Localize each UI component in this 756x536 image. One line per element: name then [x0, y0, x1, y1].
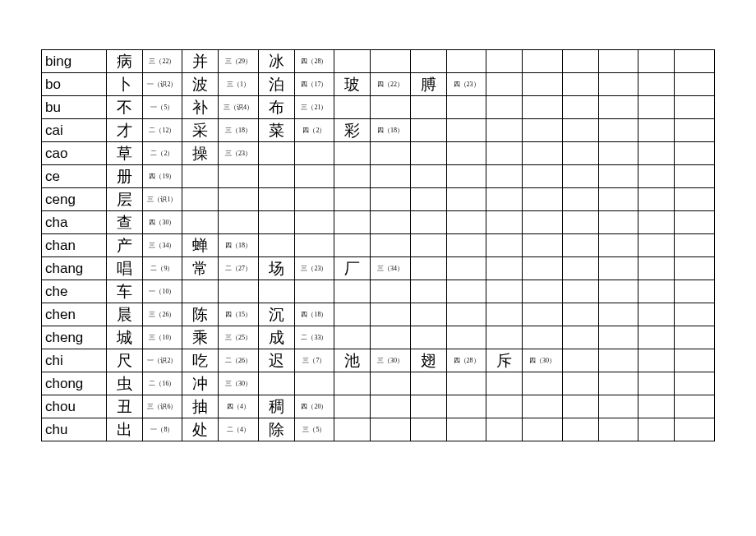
character-cell: [334, 50, 371, 73]
table-row: ce册四（19）: [42, 165, 715, 188]
character-cell: 出: [106, 418, 142, 441]
pinyin-character-table: bing病三（22）并三（29）冰四（28）bo卜一（识2）波三（1）泊四（17…: [41, 49, 715, 441]
reference-cell: 四（18）: [219, 234, 259, 257]
character-cell: [182, 188, 219, 211]
character-cell: [486, 326, 523, 349]
reference-cell: [523, 372, 563, 395]
reference-cell: [294, 211, 334, 234]
reference-cell: [294, 188, 334, 211]
reference-cell: 一（8）: [142, 418, 182, 441]
reference-cell: [219, 188, 259, 211]
character-cell: [562, 326, 598, 349]
character-cell: [638, 50, 675, 73]
pinyin-cell: cai: [42, 119, 107, 142]
reference-cell: [371, 326, 411, 349]
character-cell: [410, 257, 446, 280]
reference-cell: [675, 96, 715, 119]
character-cell: 波: [182, 73, 219, 96]
character-cell: [258, 234, 294, 257]
pinyin-cell: cha: [42, 211, 107, 234]
character-cell: [638, 73, 675, 96]
reference-cell: 四（20）: [294, 395, 334, 418]
table-row: cao草二（2）操三（23）: [42, 142, 715, 165]
character-cell: [562, 257, 598, 280]
character-cell: [334, 142, 371, 165]
table-row: chong虫二（16）冲三（30）: [42, 372, 715, 395]
character-cell: [638, 142, 675, 165]
character-cell: [334, 326, 371, 349]
character-cell: [410, 303, 446, 326]
reference-cell: [598, 165, 638, 188]
character-cell: [638, 326, 675, 349]
reference-cell: [598, 73, 638, 96]
character-cell: [562, 211, 598, 234]
reference-cell: 四（28）: [294, 50, 334, 73]
character-cell: [258, 188, 294, 211]
reference-cell: [294, 142, 334, 165]
character-cell: [562, 372, 598, 395]
reference-cell: [219, 280, 259, 303]
reference-cell: 三（26）: [142, 303, 182, 326]
character-cell: [182, 211, 219, 234]
character-cell: 城: [106, 326, 142, 349]
reference-cell: [598, 395, 638, 418]
reference-cell: [523, 280, 563, 303]
character-cell: 采: [182, 119, 219, 142]
reference-cell: 三（5）: [294, 418, 334, 441]
table-row: bing病三（22）并三（29）冰四（28）: [42, 50, 715, 73]
reference-cell: [598, 280, 638, 303]
character-cell: [562, 349, 598, 372]
reference-cell: [598, 326, 638, 349]
character-cell: [258, 211, 294, 234]
reference-cell: [371, 165, 411, 188]
character-cell: 卜: [106, 73, 142, 96]
character-cell: [638, 211, 675, 234]
reference-cell: [371, 211, 411, 234]
table-row: cha查四（30）: [42, 211, 715, 234]
reference-cell: [446, 234, 486, 257]
reference-cell: [675, 303, 715, 326]
character-cell: [638, 372, 675, 395]
reference-cell: [675, 211, 715, 234]
reference-cell: 四（22）: [371, 73, 411, 96]
table-row: chang唱二（9）常二（27）场三（23）厂三（34）: [42, 257, 715, 280]
reference-cell: [523, 165, 563, 188]
character-cell: [562, 280, 598, 303]
character-cell: [562, 142, 598, 165]
reference-cell: [675, 280, 715, 303]
character-cell: [486, 418, 523, 441]
reference-cell: [446, 211, 486, 234]
reference-cell: [371, 280, 411, 303]
table-row: bu不一（5）补三（识4）布三（21）: [42, 96, 715, 119]
character-cell: 晨: [106, 303, 142, 326]
reference-cell: [523, 50, 563, 73]
reference-cell: [523, 73, 563, 96]
character-cell: [638, 119, 675, 142]
reference-cell: [371, 303, 411, 326]
character-cell: [334, 234, 371, 257]
reference-cell: 三（10）: [142, 326, 182, 349]
character-cell: 才: [106, 119, 142, 142]
character-cell: [334, 418, 371, 441]
character-cell: 沉: [258, 303, 294, 326]
character-cell: [334, 395, 371, 418]
reference-cell: 一（识2）: [142, 73, 182, 96]
character-cell: [562, 73, 598, 96]
reference-cell: 三（22）: [142, 50, 182, 73]
reference-cell: [675, 142, 715, 165]
reference-cell: [523, 142, 563, 165]
reference-cell: [523, 257, 563, 280]
reference-cell: [598, 418, 638, 441]
table-row: chou丑三（识6）抽四（4）稠四（20）: [42, 395, 715, 418]
reference-cell: [446, 303, 486, 326]
table-row: cheng城三（10）乘三（25）成二（33）: [42, 326, 715, 349]
reference-cell: [446, 280, 486, 303]
character-cell: [410, 188, 446, 211]
pinyin-cell: ceng: [42, 188, 107, 211]
character-cell: [486, 372, 523, 395]
character-cell: [334, 165, 371, 188]
character-cell: [638, 234, 675, 257]
reference-cell: [675, 372, 715, 395]
reference-cell: [598, 50, 638, 73]
character-cell: [638, 303, 675, 326]
